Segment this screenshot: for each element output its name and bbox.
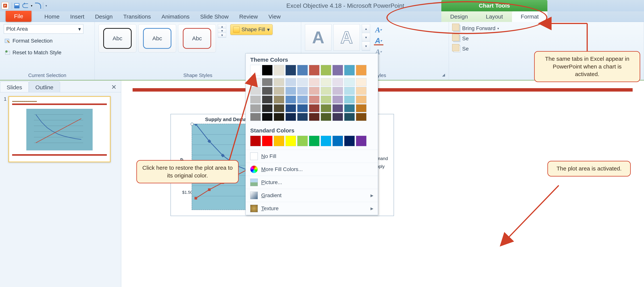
gallery-up[interactable]: ▴: [362, 24, 370, 33]
color-swatch[interactable]: [344, 87, 355, 95]
color-swatch[interactable]: [356, 78, 366, 86]
color-swatch[interactable]: [344, 104, 355, 112]
color-swatch[interactable]: [274, 113, 284, 121]
color-swatch[interactable]: [250, 136, 261, 146]
color-swatch[interactable]: [274, 136, 284, 146]
tab-review[interactable]: Review: [234, 11, 263, 22]
color-swatch[interactable]: [332, 113, 343, 121]
color-swatch[interactable]: [286, 78, 296, 86]
send-backward-button[interactable]: Se: [453, 34, 500, 43]
color-swatch[interactable]: [309, 104, 320, 112]
tab-chart-layout[interactable]: Layout: [477, 11, 512, 22]
gallery-more[interactable]: ▾: [362, 42, 370, 50]
color-swatch[interactable]: [297, 87, 308, 95]
color-swatch[interactable]: [250, 65, 261, 75]
color-swatch[interactable]: [356, 87, 366, 95]
app-icon[interactable]: P: [2, 2, 9, 9]
text-outline-button[interactable]: A▾: [373, 36, 384, 45]
color-swatch[interactable]: [262, 87, 272, 95]
color-swatch[interactable]: [356, 65, 366, 75]
shape-preset-2[interactable]: Abc: [138, 24, 176, 53]
tab-slideshow[interactable]: Slide Show: [195, 11, 234, 22]
tab-chart-format[interactable]: Format: [512, 11, 548, 22]
shape-fill-button[interactable]: Shape Fill ▾: [230, 24, 272, 35]
color-swatch[interactable]: [321, 87, 331, 95]
color-swatch[interactable]: [297, 136, 308, 146]
tab-design[interactable]: Design: [90, 11, 118, 22]
color-swatch[interactable]: [286, 87, 296, 95]
color-swatch[interactable]: [250, 113, 261, 121]
color-swatch[interactable]: [332, 78, 343, 86]
color-swatch[interactable]: [332, 65, 343, 75]
tab-slides[interactable]: Slides: [0, 81, 29, 92]
color-swatch[interactable]: [356, 113, 366, 121]
color-swatch[interactable]: [309, 136, 320, 146]
color-swatch[interactable]: [309, 87, 320, 95]
tab-transitions[interactable]: Transitions: [118, 11, 156, 22]
color-swatch[interactable]: [321, 78, 331, 86]
color-swatch[interactable]: [356, 136, 366, 146]
color-swatch[interactable]: [286, 65, 296, 75]
more-colors-item[interactable]: More Fill Colors...: [246, 163, 378, 176]
color-swatch[interactable]: [332, 136, 343, 146]
color-swatch[interactable]: [321, 95, 331, 103]
no-fill-item[interactable]: No Fill: [246, 150, 378, 163]
qat-customize[interactable]: ▾: [44, 2, 48, 9]
color-swatch[interactable]: [262, 136, 272, 146]
color-swatch[interactable]: [250, 104, 261, 112]
gradient--fill-item[interactable]: Gradient ▶: [246, 189, 378, 202]
color-swatch[interactable]: [344, 65, 355, 75]
color-swatch[interactable]: [286, 136, 296, 146]
color-swatch[interactable]: [332, 87, 343, 95]
color-swatch[interactable]: [297, 65, 308, 75]
text-fill-button[interactable]: A▾: [373, 25, 384, 34]
gallery-more[interactable]: ▾: [218, 33, 226, 37]
color-swatch[interactable]: [274, 78, 284, 86]
color-swatch[interactable]: [344, 78, 355, 86]
tab-outline[interactable]: Outline: [29, 81, 60, 92]
dialog-launcher-icon[interactable]: ◢: [442, 72, 445, 77]
reset-match-style-button[interactable]: Reset to Match Style: [4, 48, 62, 57]
color-swatch[interactable]: [286, 104, 296, 112]
save-button[interactable]: [13, 2, 21, 9]
color-swatch[interactable]: [274, 95, 284, 103]
color-swatch[interactable]: [250, 87, 261, 95]
format-selection-button[interactable]: Format Selection: [4, 36, 54, 45]
color-swatch[interactable]: [274, 104, 284, 112]
picture-fill-item[interactable]: Picture...: [246, 176, 378, 189]
color-swatch[interactable]: [309, 113, 320, 121]
color-swatch[interactable]: [286, 95, 296, 103]
chart-element-dropdown[interactable]: Plot Area ▾: [4, 24, 83, 34]
tab-home[interactable]: Home: [39, 11, 65, 22]
bring-forward-button[interactable]: Bring Forward ▾: [453, 24, 500, 32]
color-swatch[interactable]: [356, 104, 366, 112]
slide-canvas[interactable]: GET IS $2.50 Supply and Demand for Break…: [121, 81, 644, 287]
tab-file[interactable]: File: [6, 11, 32, 22]
color-swatch[interactable]: [309, 95, 320, 103]
color-swatch[interactable]: [332, 95, 343, 103]
color-swatch[interactable]: [274, 65, 284, 75]
tab-chart-design[interactable]: Design: [441, 11, 477, 22]
color-swatch[interactable]: [344, 113, 355, 121]
color-swatch[interactable]: [344, 136, 355, 146]
selection-pane-button[interactable]: Se: [453, 45, 500, 53]
color-swatch[interactable]: [332, 104, 343, 112]
color-swatch[interactable]: [297, 78, 308, 86]
color-swatch[interactable]: [297, 104, 308, 112]
undo-dropdown[interactable]: ▾: [30, 2, 34, 9]
gallery-up[interactable]: ▴: [218, 24, 226, 29]
tab-insert[interactable]: Insert: [65, 11, 90, 22]
color-swatch[interactable]: [356, 95, 366, 103]
color-swatch[interactable]: [344, 95, 355, 103]
gallery-down[interactable]: ▾: [362, 33, 370, 42]
color-swatch[interactable]: [274, 87, 284, 95]
texture-fill-item[interactable]: Texture ▶: [246, 202, 378, 215]
color-swatch[interactable]: [321, 104, 331, 112]
color-swatch[interactable]: [321, 136, 331, 146]
color-swatch[interactable]: [262, 95, 272, 103]
tab-animations[interactable]: Animations: [156, 11, 195, 22]
redo-button[interactable]: [34, 2, 42, 9]
color-swatch[interactable]: [297, 113, 308, 121]
gallery-down[interactable]: ▾: [218, 29, 226, 33]
color-swatch[interactable]: [321, 113, 331, 121]
